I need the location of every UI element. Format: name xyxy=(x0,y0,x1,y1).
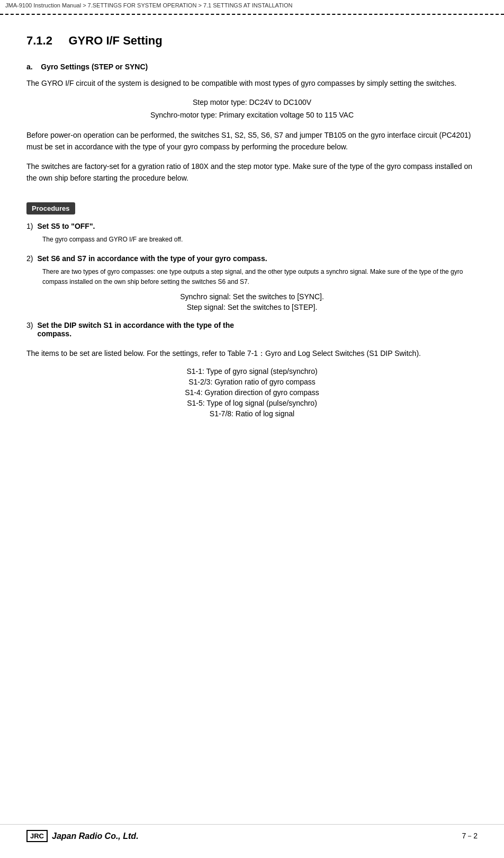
step-signal-text: Step signal: Set the switches to [STEP]. xyxy=(26,303,478,311)
subsection-a: a. Gyro Settings (STEP or SYNC) The GYRO… xyxy=(26,62,478,184)
procedure-2-body: There are two types of gyro compasses: o… xyxy=(42,267,478,287)
jrc-box: JRC xyxy=(26,830,48,842)
subsection-a-para3: The switches are factory-set for a gyrat… xyxy=(26,160,478,184)
procedure-3: 3) Set the DIP switch S1 in accordance w… xyxy=(26,321,478,338)
below-procedures-para: The items to be set are listed below. Fo… xyxy=(26,347,478,359)
page-container: JMA-9100 Instruction Manual > 7.SETTINGS… xyxy=(0,0,504,858)
s1-item-0: S1-1: Type of gyro signal (step/synchro) xyxy=(26,367,478,376)
step-motor-info: Step motor type: DC24V to DC100V Synchro… xyxy=(26,96,478,122)
page-footer: JRC Japan Radio Co., Ltd. 7－2 xyxy=(0,824,504,842)
procedure-1-number: 1) xyxy=(26,222,33,230)
procedure-3-title: Set the DIP switch S1 in accordance with… xyxy=(37,321,234,338)
procedure-3-title-line2: compass. xyxy=(37,329,234,338)
main-content: 7.1.2 GYRO I/F Setting a. Gyro Settings … xyxy=(0,15,504,444)
procedure-2: 2) Set S6 and S7 in accordance with the … xyxy=(26,254,478,311)
procedure-1-title: Set S5 to "OFF". xyxy=(37,222,95,230)
procedure-1-body: The gyro compass and GYRO I/F are breake… xyxy=(42,235,478,245)
procedure-3-header: 3) Set the DIP switch S1 in accordance w… xyxy=(26,321,478,338)
procedure-2-header: 2) Set S6 and S7 in accordance with the … xyxy=(26,254,478,263)
subsection-a-para2: Before power-on operation can be perform… xyxy=(26,129,478,153)
subsection-a-title: Gyro Settings (STEP or SYNC) xyxy=(41,62,148,71)
synchro-motor-text: Synchro-motor type: Primary excitation v… xyxy=(26,109,478,122)
s1-items-list: S1-1: Type of gyro signal (step/synchro)… xyxy=(26,367,478,418)
page-number: 7－2 xyxy=(462,832,478,841)
procedure-3-title-line1: Set the DIP switch S1 in accordance with… xyxy=(37,321,234,329)
footer-logo-area: JRC Japan Radio Co., Ltd. xyxy=(26,830,139,842)
procedures-badge: Procedures xyxy=(26,202,75,215)
breadcrumb-text: JMA-9100 Instruction Manual > 7.SETTINGS… xyxy=(5,2,292,8)
procedure-1: 1) Set S5 to "OFF". The gyro compass and… xyxy=(26,222,478,245)
s1-item-2: S1-4: Gyration direction of gyro compass xyxy=(26,388,478,397)
section-heading: 7.1.2 GYRO I/F Setting xyxy=(26,34,478,48)
section-number: 7.1.2 xyxy=(26,34,52,47)
procedure-3-number: 3) xyxy=(26,321,33,329)
synchro-signal-text: Synchro signal: Set the switches to [SYN… xyxy=(26,292,478,301)
procedure-1-header: 1) Set S5 to "OFF". xyxy=(26,222,478,230)
step-motor-text: Step motor type: DC24V to DC100V xyxy=(26,96,478,109)
breadcrumb: JMA-9100 Instruction Manual > 7.SETTINGS… xyxy=(0,0,504,11)
procedure-2-signals: Synchro signal: Set the switches to [SYN… xyxy=(26,292,478,311)
s1-item-1: S1-2/3: Gyration ratio of gyro compass xyxy=(26,378,478,386)
s1-item-4: S1-7/8: Ratio of log signal xyxy=(26,409,478,418)
section-title: GYRO I/F Setting xyxy=(69,34,163,47)
subsection-a-label: a. xyxy=(26,62,33,71)
procedure-2-number: 2) xyxy=(26,254,33,263)
subsection-a-heading: a. Gyro Settings (STEP or SYNC) xyxy=(26,62,478,71)
s1-item-3: S1-5: Type of log signal (pulse/synchro) xyxy=(26,399,478,407)
subsection-a-para1: The GYRO I/F circuit of the system is de… xyxy=(26,77,478,89)
company-name: Japan Radio Co., Ltd. xyxy=(52,832,139,841)
procedure-2-title: Set S6 and S7 in accordance with the typ… xyxy=(37,254,267,263)
